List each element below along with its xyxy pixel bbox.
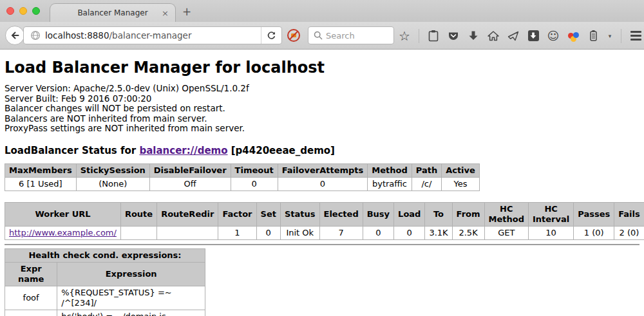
col-fails: Fails	[614, 202, 644, 226]
balancer-demo-link[interactable]: balancer://demo	[139, 145, 227, 156]
home-button[interactable]	[487, 29, 500, 43]
cell-to: 3.1K	[425, 226, 452, 239]
cell-route	[120, 226, 156, 239]
cell-timeout: 0	[231, 177, 278, 191]
balancer-status-heading: LoadBalancer Status for balancer://demo …	[5, 145, 639, 156]
cell-hc-method: GET	[484, 226, 528, 239]
col-expression: Expression	[57, 262, 205, 286]
cell-path: /c/	[412, 177, 441, 191]
col-elected: Elected	[319, 202, 363, 226]
video-download-button[interactable]	[527, 29, 540, 43]
battery-icon	[589, 30, 598, 42]
server-version-line: Server Version: Apache/2.5.0-dev (Unix) …	[5, 84, 639, 94]
col-hc-interval: HC Interval	[528, 202, 573, 226]
cell-routeredir	[157, 226, 218, 239]
send-tab-button[interactable]	[507, 29, 520, 43]
download-square-icon	[528, 30, 539, 41]
smiley-icon: ☺	[547, 30, 560, 42]
status-heading-prefix: LoadBalancer Status for	[5, 145, 139, 156]
table-header-row: Worker URL Route RouteRedir Factor Set S…	[5, 202, 644, 226]
extension-dropdown-button[interactable]: ▾	[607, 29, 613, 43]
col-to: To	[425, 202, 452, 226]
back-arrow-icon	[9, 30, 21, 41]
cell-from: 2.5K	[452, 226, 484, 239]
col-route: Route	[120, 202, 156, 226]
cell-expression: %{REQUEST_STATUS} =~ /^[234]/	[57, 286, 205, 310]
table-row: http://www.example.com/ 1 0 Init Ok 7 0 …	[5, 226, 644, 239]
close-window-button[interactable]	[6, 7, 14, 15]
colored-dots-extension-button[interactable]	[567, 29, 580, 43]
emoji-extension-button[interactable]: ☺	[547, 29, 560, 43]
search-input[interactable]	[326, 31, 384, 41]
cell-expr-name: foof2	[5, 310, 57, 316]
tab-close-icon[interactable]: ×	[162, 8, 169, 18]
col-disablefailover: DisableFailover	[149, 163, 231, 177]
tab-bar: Balancer Manager × +	[0, 0, 644, 22]
url-text[interactable]: localhost:8880/balancer-manager	[45, 30, 261, 41]
worker-url-link[interactable]: http://www.example.com/	[9, 228, 117, 237]
bookmark-star-button[interactable]: ☆	[398, 29, 411, 43]
col-from: From	[452, 202, 484, 226]
cell-fails: 2 (0)	[614, 226, 644, 239]
pocket-button[interactable]	[447, 29, 460, 43]
col-active: Active	[442, 163, 480, 177]
pocket-icon	[448, 30, 459, 42]
globe-icon	[30, 30, 41, 41]
col-status: Status	[280, 202, 319, 226]
col-routeredir: RouteRedir	[157, 202, 218, 226]
search-bar[interactable]	[308, 26, 394, 44]
col-timeout: Timeout	[231, 163, 278, 177]
new-tab-button[interactable]: +	[182, 5, 191, 18]
minimize-window-button[interactable]	[19, 7, 27, 15]
paper-plane-icon	[507, 30, 519, 42]
content-blocked-icon[interactable]	[286, 28, 301, 43]
battery-extension-button[interactable]	[587, 29, 600, 43]
back-button[interactable]	[5, 26, 24, 45]
colored-dots-icon	[567, 30, 579, 42]
zoom-window-button[interactable]	[32, 7, 40, 15]
cell-failoverattempts: 0	[278, 177, 368, 191]
table-header-row: Expr name Expression	[5, 262, 205, 286]
url-bar[interactable]: localhost:8880/balancer-manager	[23, 26, 282, 44]
reading-list-button[interactable]	[427, 29, 440, 43]
col-load: Load	[394, 202, 425, 226]
page-title: Load Balancer Manager for localhost	[5, 59, 639, 77]
col-expr-name: Expr name	[5, 262, 57, 286]
col-failoverattempts: FailoverAttempts	[278, 163, 368, 177]
window-controls	[6, 7, 40, 15]
browser-window: Balancer Manager × + localhost:8880/bala…	[0, 0, 644, 316]
col-passes: Passes	[574, 202, 614, 226]
col-hc-method: HC Method	[484, 202, 528, 226]
col-stickysession: StickySession	[76, 163, 149, 177]
table-title-row: Health check cond. expressions:	[5, 248, 205, 262]
cell-elected: 7	[319, 226, 363, 239]
reload-button[interactable]	[261, 27, 281, 44]
download-arrow-icon	[468, 30, 478, 41]
persist-notice-line: Balancer changes will NOT be persisted o…	[5, 104, 639, 114]
menu-button[interactable]	[629, 29, 642, 43]
cell-set: 0	[256, 226, 280, 239]
table-row: foof %{REQUEST_STATUS} =~ /^[234]/	[5, 286, 205, 310]
table-row: 6 [1 Used] (None) Off 0 0 bytraffic /c/ …	[5, 177, 480, 191]
toolbar-separator	[419, 29, 419, 43]
tab-balancer-manager[interactable]: Balancer Manager ×	[50, 3, 176, 22]
inherit-notice-line: Balancers are NOT inherited from main se…	[5, 114, 639, 124]
cell-busy: 0	[363, 226, 393, 239]
cell-method: bytraffic	[368, 177, 412, 191]
cell-load: 0	[394, 226, 425, 239]
cell-passes: 1 (0)	[574, 226, 614, 239]
cell-status: Init Ok	[280, 226, 319, 239]
cell-maxmembers: 6 [1 Used]	[5, 177, 77, 191]
table-row: foof2 hc('body') =~ /domain is establish…	[5, 310, 205, 316]
col-maxmembers: MaxMembers	[5, 163, 77, 177]
star-icon: ☆	[399, 30, 410, 42]
cell-active: Yes	[442, 177, 480, 191]
reload-icon	[267, 31, 276, 41]
cell-hc-interval: 10	[528, 226, 573, 239]
downloads-button[interactable]	[467, 29, 480, 43]
cell-stickysession: (None)	[76, 177, 149, 191]
cell-expression: hc('body') =~ /domain is established/	[57, 310, 205, 316]
col-path: Path	[412, 163, 441, 177]
tab-title: Balancer Manager	[77, 8, 147, 17]
col-busy: Busy	[363, 202, 393, 226]
